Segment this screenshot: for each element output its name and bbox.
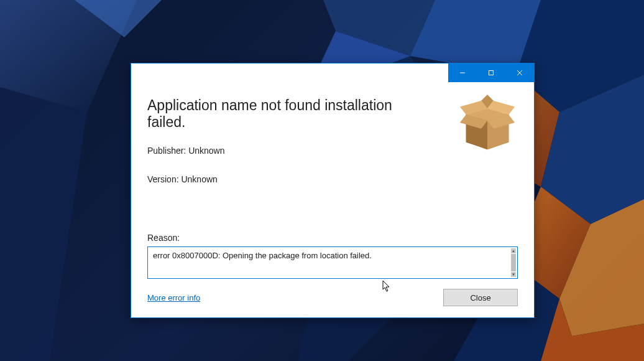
installation-failed-dialog: Application name not found installation … (131, 63, 535, 318)
scroll-thumb[interactable] (511, 254, 516, 271)
titlebar (131, 63, 534, 82)
reason-textbox[interactable]: error 0x8007000D: Opening the package fr… (147, 246, 518, 279)
dialog-footer: More error info Close (147, 289, 518, 306)
svg-rect-17 (489, 71, 494, 75)
maximize-button[interactable] (477, 63, 505, 82)
dialog-title: Application name not found installation … (147, 97, 427, 131)
dialog-content: Application name not found installation … (131, 82, 534, 317)
svg-marker-1 (0, 87, 87, 361)
scrollbar[interactable]: ▲ ▼ (511, 248, 516, 277)
package-box-icon (457, 93, 518, 154)
reason-label: Reason: (147, 233, 518, 243)
scroll-down-icon[interactable]: ▼ (511, 272, 516, 277)
minimize-button[interactable] (448, 63, 477, 82)
scroll-up-icon[interactable]: ▲ (511, 248, 516, 253)
close-button[interactable]: Close (443, 289, 518, 306)
version-label: Version: Unknown (147, 174, 518, 184)
reason-text: error 0x8007000D: Opening the package fr… (153, 251, 372, 260)
more-error-info-link[interactable]: More error info (147, 293, 200, 302)
close-window-button[interactable] (505, 63, 534, 82)
